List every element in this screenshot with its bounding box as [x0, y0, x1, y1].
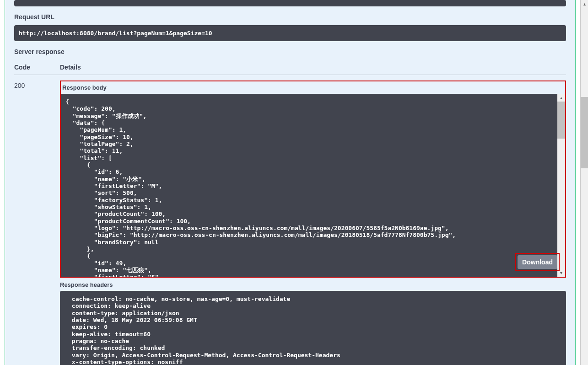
response-headers-content: cache-control: no-cache, no-store, max-a… — [60, 291, 566, 365]
page-scroll-thumb[interactable] — [581, 97, 588, 168]
response-body-label: Response body — [61, 81, 565, 94]
request-url-label: Request URL — [14, 13, 566, 21]
scroll-up-icon[interactable]: ▴ — [557, 94, 565, 102]
scroll-track[interactable] — [557, 102, 565, 269]
response-body-highlighted: Response body { "code": 200, "message": … — [60, 81, 566, 278]
body-container: { "code": 200, "message": "操作成功", "data"… — [61, 94, 565, 277]
response-headers-label: Response headers — [60, 281, 566, 288]
page-scroll-track[interactable] — [581, 8, 588, 365]
response-row: 200 Response body { "code": 200, "messag… — [14, 81, 566, 365]
response-details-content: Response body { "code": 200, "message": … — [60, 81, 566, 365]
request-url-value: http://localhost:8080/brand/list?pageNum… — [14, 25, 566, 41]
response-code-value: 200 — [14, 81, 60, 365]
details-column-header: Details — [60, 64, 566, 71]
code-column-header: Code — [14, 64, 60, 71]
scroll-thumb[interactable] — [557, 102, 565, 139]
download-button-highlighted: Download — [515, 253, 560, 271]
download-button[interactable]: Download — [518, 255, 557, 269]
page-scroll-up-icon[interactable]: ▴ — [581, 0, 588, 8]
response-table-header: Code Details — [14, 64, 566, 75]
page-scrollbar[interactable]: ▴ — [580, 0, 588, 365]
main-container: Request URL http://localhost:8080/brand/… — [0, 0, 580, 365]
content-panel: Request URL http://localhost:8080/brand/… — [5, 0, 576, 365]
server-response-label: Server response — [14, 48, 566, 55]
response-body-content[interactable]: { "code": 200, "message": "操作成功", "data"… — [61, 94, 565, 277]
curl-box-truncated — [14, 0, 566, 6]
inner-scrollbar[interactable]: ▴ ▾ — [557, 94, 565, 277]
